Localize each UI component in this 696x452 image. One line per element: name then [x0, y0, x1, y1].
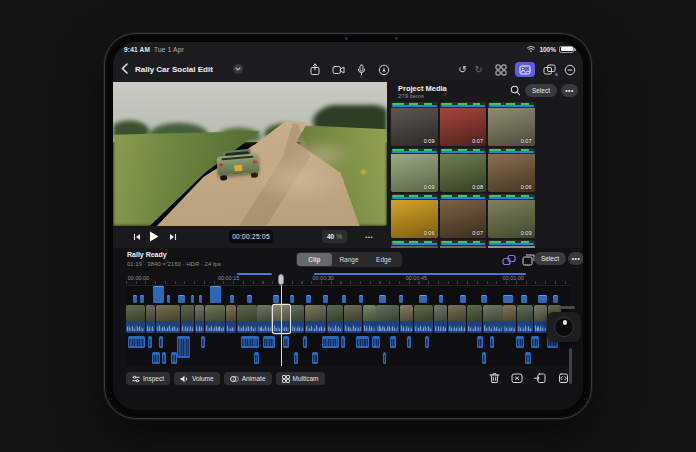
connected-clip[interactable]: [247, 295, 252, 303]
media-thumbnail[interactable]: 0:09: [391, 102, 438, 146]
connected-audio-clip[interactable]: [516, 336, 524, 348]
connected-clip[interactable]: [191, 295, 195, 303]
connected-audio-clip[interactable]: [477, 336, 483, 348]
connected-audio-clip[interactable]: [303, 336, 307, 348]
connected-audio-clip[interactable]: [283, 336, 289, 348]
connected-audio-clip[interactable]: [322, 336, 339, 348]
connected-clip[interactable]: [210, 286, 221, 303]
connected-audio-clip[interactable]: [341, 336, 345, 348]
primary-storyline-clip[interactable]: [434, 305, 447, 333]
primary-storyline-clip[interactable]: [503, 305, 516, 333]
primary-storyline-clip[interactable]: [363, 305, 376, 333]
connected-clip[interactable]: [460, 295, 466, 303]
camera-icon[interactable]: [332, 65, 345, 75]
primary-storyline-clip[interactable]: [344, 305, 362, 333]
insert-clip-icon[interactable]: [534, 372, 546, 384]
connected-clip[interactable]: [290, 295, 294, 303]
viewer-more-button[interactable]: •••: [365, 234, 373, 240]
connected-audio-clip[interactable]: [128, 336, 145, 348]
primary-storyline-clip[interactable]: [376, 305, 398, 333]
media-thumbnail[interactable]: 0:07: [440, 194, 487, 238]
media-thumbnail[interactable]: 0:09: [391, 148, 438, 192]
connected-clip[interactable]: [199, 295, 203, 303]
primary-storyline-clip[interactable]: [534, 305, 548, 333]
connected-audio-clip[interactable]: [372, 336, 380, 348]
primary-storyline-clip[interactable]: [156, 305, 180, 333]
overwrite-clip-icon[interactable]: [522, 254, 535, 266]
connected-audio-clip[interactable]: [490, 336, 494, 348]
primary-storyline-clip[interactable]: [400, 305, 414, 333]
viewer-zoom-control[interactable]: 40 %: [322, 230, 347, 243]
connected-clip[interactable]: [481, 295, 486, 303]
more-circle-icon[interactable]: [564, 64, 576, 76]
play-button[interactable]: [149, 231, 159, 242]
search-icon[interactable]: [510, 85, 521, 96]
primary-storyline-clip[interactable]: [291, 305, 304, 333]
timeline-scrollbar[interactable]: [569, 348, 572, 384]
trash-icon[interactable]: [489, 372, 500, 384]
viewer-toggle-button[interactable]: [515, 62, 535, 77]
media-thumbnail[interactable]: 0:06: [391, 194, 438, 238]
back-button[interactable]: [121, 63, 128, 74]
connected-clip[interactable]: [503, 295, 514, 303]
connected-audio-clip[interactable]: [425, 336, 429, 348]
connected-audio-clip[interactable]: [241, 336, 259, 348]
connected-audio-clip-2[interactable]: [482, 352, 486, 364]
media-thumbnail[interactable]: 0:07: [440, 102, 487, 146]
primary-storyline-clip[interactable]: [327, 305, 343, 333]
connected-audio-clip-2[interactable]: [294, 352, 298, 364]
connected-audio-clip-2[interactable]: [171, 352, 177, 364]
primary-storyline-clip[interactable]: [226, 305, 236, 333]
connected-clip[interactable]: [230, 295, 234, 303]
primary-storyline-clip[interactable]: [483, 305, 503, 333]
timeline-select-button[interactable]: Select: [534, 252, 566, 265]
microphone-icon[interactable]: [356, 64, 367, 76]
jog-wheel[interactable]: [547, 312, 581, 342]
clips-overlay-icon[interactable]: [543, 64, 556, 75]
playhead[interactable]: [281, 274, 282, 366]
primary-storyline-clip[interactable]: [257, 305, 271, 333]
mode-option[interactable]: Range: [332, 253, 367, 266]
connected-audio-clip[interactable]: [390, 336, 396, 348]
connected-audio-clip[interactable]: [407, 336, 411, 348]
connected-audio-clip-2[interactable]: [152, 352, 160, 364]
media-thumbnail[interactable]: 0:10: [488, 240, 535, 248]
connected-clip[interactable]: [419, 295, 427, 303]
volume-button[interactable]: Volume: [174, 372, 220, 385]
connected-audio-clip[interactable]: [148, 336, 152, 348]
cut-clip-icon[interactable]: [511, 372, 523, 384]
connected-audio-clip-2[interactable]: [525, 352, 531, 364]
media-thumbnail[interactable]: 0:07: [391, 240, 438, 248]
skip-back-icon[interactable]: [133, 233, 141, 241]
connected-clip[interactable]: [399, 295, 403, 303]
title-chevron-down-icon[interactable]: [233, 64, 243, 74]
connected-clip[interactable]: [553, 295, 558, 303]
connected-clip[interactable]: [167, 295, 171, 303]
media-thumbnail[interactable]: 0:07: [488, 102, 535, 146]
primary-storyline-clip[interactable]: [517, 305, 533, 333]
connected-audio-clip-2[interactable]: [254, 352, 259, 364]
connected-clip[interactable]: [273, 295, 279, 303]
media-thumbnail[interactable]: 0:23: [440, 240, 487, 248]
browser-grid-icon[interactable]: [495, 64, 507, 76]
connected-clip[interactable]: [379, 295, 386, 303]
undo-icon[interactable]: ↺: [458, 65, 466, 75]
media-thumbnail[interactable]: 0:09: [488, 194, 535, 238]
connected-audio-clip[interactable]: [159, 336, 163, 348]
connected-audio-clip[interactable]: [263, 336, 275, 348]
connected-audio-clip[interactable]: [531, 336, 539, 348]
primary-storyline-clip[interactable]: [305, 305, 326, 333]
multicam-button[interactable]: Multicam: [276, 372, 325, 385]
media-thumbnail[interactable]: 0:06: [488, 148, 535, 192]
connected-clip[interactable]: [538, 295, 547, 303]
share-icon[interactable]: [309, 63, 321, 76]
media-thumbnail[interactable]: 0:08: [440, 148, 487, 192]
connected-clip[interactable]: [342, 295, 346, 303]
timeline-ruler[interactable]: 00:00:0000:00:1500:00:3000:00:4500:01:00: [126, 274, 570, 286]
connect-clip-icon[interactable]: [502, 254, 516, 266]
mode-option[interactable]: Edge: [366, 253, 401, 266]
primary-storyline-clip[interactable]: [237, 305, 257, 333]
timeline-more-button[interactable]: •••: [568, 252, 583, 265]
connected-audio-clip-2[interactable]: [312, 352, 318, 364]
primary-storyline-clip[interactable]: [467, 305, 482, 333]
